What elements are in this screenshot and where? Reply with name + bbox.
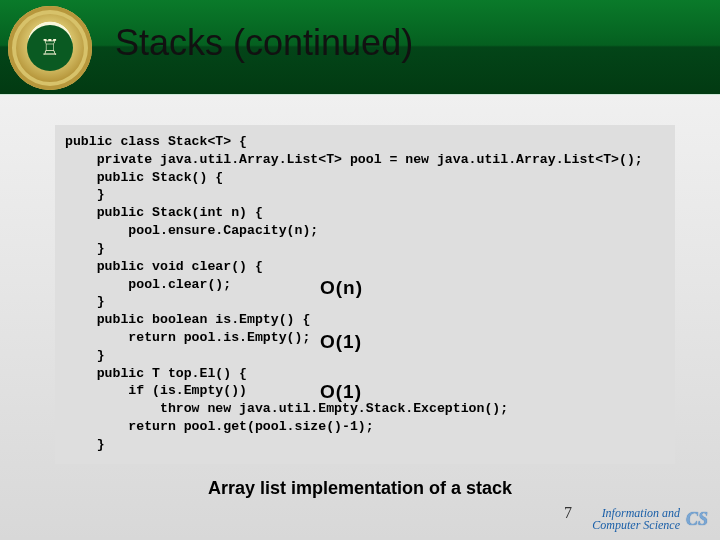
code-line: public Stack() { bbox=[65, 169, 665, 187]
code-line: } bbox=[65, 240, 665, 258]
footer-logo: Information and Computer Science CS bbox=[592, 507, 708, 532]
code-line: pool.ensure.Capacity(n); bbox=[65, 222, 665, 240]
code-line: } bbox=[65, 436, 665, 454]
complexity-annotation-topel: O(1) bbox=[320, 379, 362, 405]
slide-caption: Array list implementation of a stack bbox=[0, 478, 720, 499]
code-line: return pool.is.Empty(); bbox=[65, 329, 665, 347]
code-line: pool.clear(); bbox=[65, 276, 665, 294]
code-line: private java.util.Array.List<T> pool = n… bbox=[65, 151, 665, 169]
code-line: } bbox=[65, 347, 665, 365]
code-line: return pool.get(pool.size()-1); bbox=[65, 418, 665, 436]
code-block: public class Stack<T> { private java.uti… bbox=[55, 125, 675, 464]
code-line: } bbox=[65, 186, 665, 204]
page-number: 7 bbox=[564, 504, 572, 522]
complexity-annotation-clear: O(n) bbox=[320, 275, 363, 301]
code-line: public class Stack<T> { bbox=[65, 133, 665, 151]
footer-line2: Computer Science bbox=[592, 519, 680, 532]
code-line: public void clear() { bbox=[65, 258, 665, 276]
code-line: public T top.El() { bbox=[65, 365, 665, 383]
code-line: public Stack(int n) { bbox=[65, 204, 665, 222]
university-seal-icon: ♖ bbox=[8, 6, 92, 90]
footer-text: Information and Computer Science bbox=[592, 507, 680, 532]
slide-title: Stacks (continued) bbox=[115, 22, 413, 64]
code-line: throw new java.util.Empty.Stack.Exceptio… bbox=[65, 400, 665, 418]
cs-badge-icon: CS bbox=[686, 509, 708, 530]
complexity-annotation-isempty: O(1) bbox=[320, 329, 362, 355]
code-line: } bbox=[65, 293, 665, 311]
seal-tower-icon: ♖ bbox=[27, 25, 73, 71]
code-line: public boolean is.Empty() { bbox=[65, 311, 665, 329]
code-line: if (is.Empty()) bbox=[65, 382, 665, 400]
header-bar: ♖ Stacks (continued) bbox=[0, 0, 720, 95]
